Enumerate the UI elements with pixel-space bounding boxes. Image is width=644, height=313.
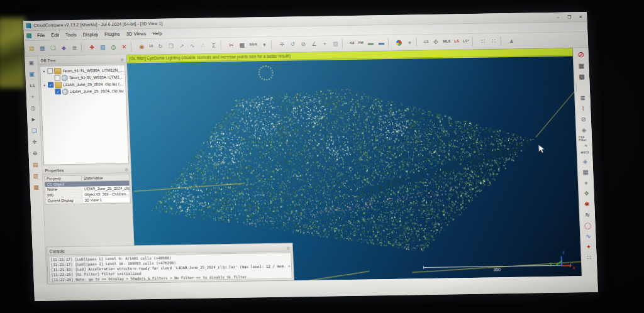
city-icon[interactable]: ▦ <box>579 167 592 177</box>
sphere-icon[interactable]: ● <box>404 36 416 48</box>
visibility-checkbox[interactable] <box>55 75 60 80</box>
shield-2-icon[interactable]: ◈ <box>579 156 592 167</box>
mouse-cursor <box>538 144 545 153</box>
translate-icon[interactable]: ✛ <box>277 39 288 50</box>
menu-help[interactable]: Help <box>149 30 165 37</box>
menu-tools[interactable]: Tools <box>62 31 80 38</box>
visibility-checkbox[interactable] <box>55 89 60 94</box>
sor-filter-icon[interactable]: SOR <box>247 39 259 50</box>
delete-icon[interactable]: ✕ <box>118 41 130 53</box>
statistics-icon[interactable]: Σ <box>208 40 219 51</box>
clone-icon[interactable]: ❏ <box>48 42 59 53</box>
angle-icon[interactable]: ∠ <box>309 38 320 50</box>
palette-dots-icon[interactable]: ∷ <box>477 36 489 47</box>
folder-small-icon[interactable]: ▦ <box>30 182 42 193</box>
density-icon[interactable]: ▥ <box>330 38 341 49</box>
layers-2-icon[interactable]: ≋ <box>581 210 594 220</box>
menu-display[interactable]: Display <box>79 31 101 38</box>
pin-icon[interactable]: ◎ <box>286 245 290 250</box>
bbox-icon[interactable]: ❒ <box>165 40 177 52</box>
property-row[interactable]: Current Display 3D View 1 <box>45 197 130 204</box>
level-icon[interactable]: 10 <box>147 41 155 52</box>
filter-dropdown-icon[interactable]: ▾ <box>259 39 270 50</box>
plugin-glyph-icon[interactable]: ✣ <box>430 36 441 48</box>
crop-icon[interactable]: ▧ <box>97 41 108 53</box>
ls-icon[interactable]: LS <box>452 36 461 47</box>
zoom-fit-icon[interactable]: + <box>27 92 39 102</box>
palette-dots-2-icon[interactable]: ∷ <box>488 35 499 47</box>
csf-filter-label[interactable]: CSF Filter <box>577 136 592 142</box>
hd-mesh-icon[interactable]: ▬ <box>376 37 387 48</box>
segment-icon[interactable]: ✂ <box>226 40 237 51</box>
save-icon[interactable]: ▦ <box>37 43 48 54</box>
close-button[interactable]: ✕ <box>577 14 584 19</box>
gears-icon[interactable]: ✱ <box>580 199 594 209</box>
sphere-2-icon[interactable]: ● <box>580 178 593 188</box>
db-tree[interactable]: ▾ Teton_51-31_W030A_UTM12N_... ▾ Teton_5… <box>40 65 129 165</box>
add-point-icon[interactable]: + <box>319 38 331 49</box>
tree-item-label: Teton_51-31_W030A_UTM1... <box>69 75 123 80</box>
pan-icon[interactable]: ✛ <box>29 137 41 148</box>
tree-item-lidar-cloud[interactable]: ▾ LiDAR_June_25_2024_clip.laz <box>48 87 125 96</box>
tree-item-icon <box>62 89 68 95</box>
x-axis-label: x <box>573 265 575 270</box>
z-axis-label: z <box>562 250 565 255</box>
qr-code-2-icon[interactable]: ▩ <box>575 72 589 82</box>
qr-code-icon[interactable]: ▦ <box>575 61 588 71</box>
pin-icon[interactable]: ◎ <box>120 57 124 61</box>
mls-icon[interactable]: MLS <box>441 36 453 47</box>
primitives-icon[interactable]: ◆ <box>58 42 70 53</box>
properties-list-icon[interactable]: ≣ <box>69 42 80 53</box>
layers-icon[interactable]: ❏ <box>28 126 40 136</box>
distance-icon[interactable]: ⊘ <box>298 38 309 50</box>
select-arrow-icon[interactable]: ► <box>28 114 40 125</box>
color-wheel-icon[interactable]: ● <box>394 37 405 48</box>
animation-icon[interactable]: ≣ <box>576 93 589 103</box>
pin-icon[interactable]: ◎ <box>125 167 128 171</box>
ring-icon[interactable]: ◯ <box>581 221 594 231</box>
shield-icon[interactable]: ◈ <box>577 125 591 135</box>
gl-filter-stop-icon[interactable]: ⊘ <box>574 48 587 60</box>
normal-vector-icon[interactable]: →N <box>577 143 592 149</box>
tree-item-label: LiDAR_June_25_2024_clip.laz (C... <box>63 82 125 87</box>
pivot-icon[interactable]: ◎ <box>27 103 39 114</box>
star-icon[interactable]: ✦ <box>582 242 596 252</box>
zoom-icon[interactable]: ⊕ <box>29 148 41 159</box>
subsample-icon[interactable]: ∴ <box>197 40 209 52</box>
screenshot-icon[interactable]: ▣ <box>25 58 37 69</box>
minimize-button[interactable]: – <box>554 14 562 19</box>
point-picking-icon[interactable]: ◎ <box>108 41 119 53</box>
no-filter-icon[interactable]: ⊘ <box>577 114 591 124</box>
curvature-icon[interactable]: ∿ <box>187 40 198 52</box>
pick-center-icon[interactable]: ◉ <box>136 41 147 52</box>
menu-3dviews[interactable]: 3D Views <box>123 30 150 38</box>
mountain-icon[interactable]: ▲ <box>506 35 517 47</box>
clipboard-icon[interactable]: ▤ <box>30 160 42 170</box>
zoom-1-1-icon[interactable]: 1:1 <box>25 80 40 91</box>
ls-star-icon[interactable]: LS* <box>461 36 472 47</box>
kd-tree-icon[interactable]: Kd <box>348 38 357 49</box>
fm-icon[interactable]: FM <box>356 38 365 49</box>
cube-dots-icon[interactable]: ∷ <box>582 253 596 263</box>
rocks-icon[interactable]: ❖ <box>580 189 593 199</box>
open-icon[interactable]: ▤ <box>26 43 38 54</box>
merge-icon[interactable]: ✚ <box>86 41 97 53</box>
visibility-checkbox[interactable] <box>48 82 53 87</box>
camera-icon[interactable]: ▣ <box>26 69 38 80</box>
console-log[interactable]: [11:21:17] [LoD][pass 1] Level 9: 4/1481… <box>48 253 292 283</box>
menu-edit[interactable]: Edit <box>48 31 62 38</box>
m3c2-icon[interactable]: M3C2 <box>577 150 592 156</box>
brush-icon[interactable]: ⌇ <box>577 104 590 114</box>
restore-button[interactable]: ❐ <box>565 14 573 19</box>
rotate-view-icon[interactable]: ↻ <box>155 41 166 52</box>
clipboard-2-icon[interactable]: ▥ <box>30 171 42 182</box>
menu-file[interactable]: File <box>34 32 48 39</box>
visibility-checkbox[interactable] <box>47 68 53 74</box>
wave-icon[interactable]: ∿ <box>582 231 595 241</box>
checker-icon[interactable]: ▩ <box>236 40 248 51</box>
iterate-icon[interactable]: ↺ <box>287 38 299 50</box>
menu-plugins[interactable]: Plugins <box>101 31 123 38</box>
raster-icon[interactable]: ▬ <box>365 37 377 48</box>
cs-plugin-icon[interactable]: C5 <box>422 36 431 48</box>
normals-icon[interactable]: ↗ <box>176 40 187 52</box>
